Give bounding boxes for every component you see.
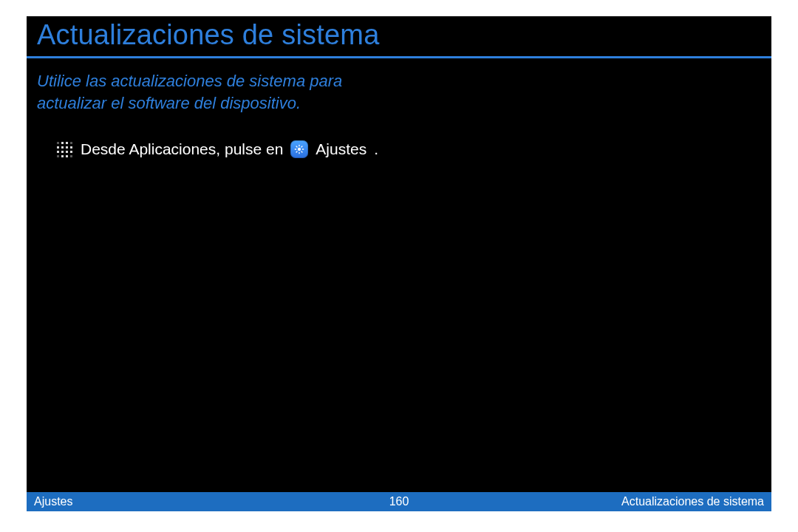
intro-paragraph: Utilice las actualizaciones de sistema p… bbox=[27, 58, 374, 114]
page-title: Actualizaciones de sistema bbox=[27, 16, 771, 58]
page: Actualizaciones de sistema Utilice las a… bbox=[0, 0, 798, 532]
apps-grid-icon bbox=[56, 141, 73, 158]
footer-bar: Ajustes 160 Actualizaciones de sistema bbox=[27, 492, 771, 511]
instruction-step: Desde Aplicaciones, pulse en Ajustes. bbox=[27, 114, 771, 158]
svg-point-0 bbox=[298, 148, 301, 151]
instruction-text-after: . bbox=[374, 140, 378, 158]
instruction-settings-label: Ajustes bbox=[316, 140, 366, 158]
footer-section-right: Actualizaciones de sistema bbox=[409, 495, 764, 508]
footer-page-number: 160 bbox=[389, 495, 409, 508]
footer-section-left: Ajustes bbox=[34, 495, 389, 508]
instruction-text-before: Desde Aplicaciones, pulse en bbox=[81, 140, 283, 158]
settings-gear-icon bbox=[290, 140, 308, 158]
content-area: Actualizaciones de sistema Utilice las a… bbox=[27, 16, 771, 511]
